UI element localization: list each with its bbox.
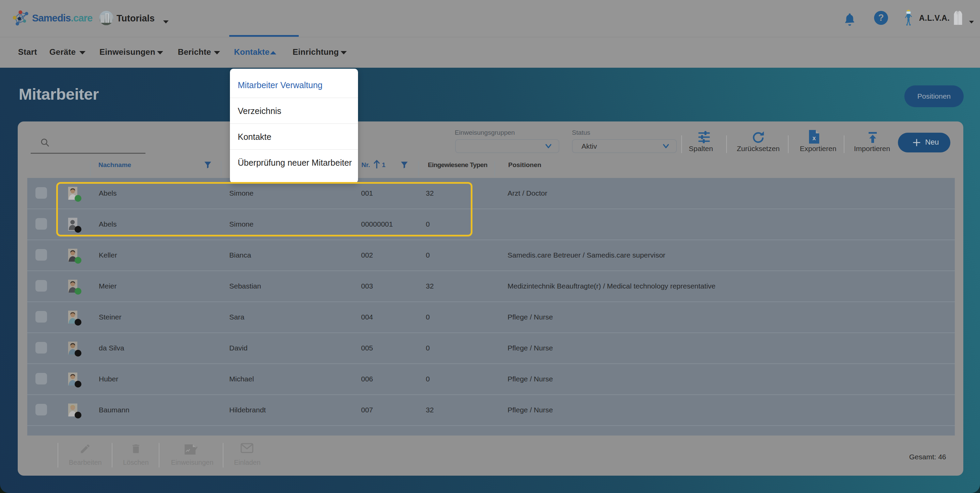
svg-text:x: x: [812, 135, 816, 141]
